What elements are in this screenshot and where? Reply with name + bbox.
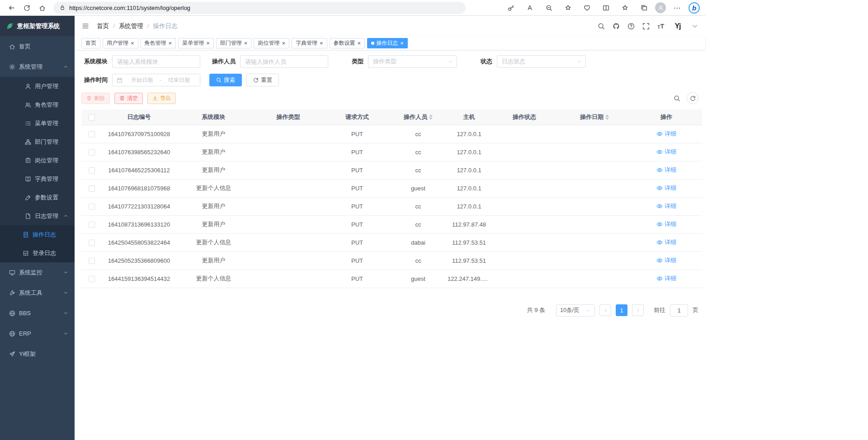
favorites-icon[interactable] bbox=[617, 1, 632, 14]
browser-essentials-icon[interactable] bbox=[579, 1, 594, 14]
search-button[interactable]: 搜索 bbox=[209, 74, 242, 86]
column-header[interactable]: 操作人员 bbox=[389, 109, 448, 125]
sidebar-item-post-management[interactable]: 岗位管理 bbox=[0, 151, 75, 170]
tab-close-icon[interactable]: × bbox=[358, 40, 361, 46]
operator-input[interactable] bbox=[240, 55, 328, 68]
sort-icon[interactable] bbox=[605, 114, 609, 120]
row-checkbox[interactable] bbox=[89, 149, 95, 156]
detail-link[interactable]: 详细 bbox=[656, 274, 676, 283]
profile-avatar[interactable] bbox=[655, 2, 666, 13]
hamburger-icon[interactable] bbox=[81, 23, 90, 29]
row-checkbox[interactable] bbox=[89, 240, 95, 246]
zoom-out-icon[interactable] bbox=[541, 1, 557, 14]
detail-link[interactable]: 详细 bbox=[656, 148, 676, 156]
sidebar-item-bbs[interactable]: BBS bbox=[0, 303, 75, 323]
page-1-button[interactable]: 1 bbox=[616, 304, 627, 316]
next-page-button[interactable] bbox=[632, 304, 644, 316]
sidebar-item-menu-management[interactable]: 菜单管理 bbox=[0, 114, 75, 132]
row-checkbox[interactable] bbox=[89, 185, 95, 192]
user-logo[interactable]: Yj bbox=[672, 20, 684, 32]
refresh-page-icon[interactable] bbox=[19, 1, 34, 14]
show-search-icon[interactable] bbox=[674, 95, 680, 102]
reset-button[interactable]: 重置 bbox=[246, 74, 279, 86]
tab-dept-management[interactable]: 部门管理× bbox=[216, 38, 252, 48]
sidebar-item-role-management[interactable]: 角色管理 bbox=[0, 95, 75, 114]
sidebar-item-system-management[interactable]: 系统管理 bbox=[0, 57, 75, 77]
more-menu-icon[interactable]: ⋯ bbox=[670, 1, 685, 14]
goto-page-input[interactable] bbox=[670, 304, 688, 317]
back-icon[interactable] bbox=[4, 1, 19, 14]
tab-dict-management[interactable]: 字典管理× bbox=[292, 38, 327, 48]
sidebar-item-system-monitor[interactable]: 系统监控 bbox=[0, 262, 75, 283]
type-select[interactable]: 操作类型 bbox=[368, 55, 457, 68]
fullscreen-icon[interactable] bbox=[642, 23, 650, 30]
tab-close-icon[interactable]: × bbox=[320, 40, 323, 46]
address-bar[interactable]: https://ccnetcore.com:1101/system/log/op… bbox=[53, 2, 466, 14]
sidebar-item-param-settings[interactable]: 参数设置 bbox=[0, 188, 75, 207]
chevron-down-icon[interactable] bbox=[691, 23, 698, 30]
detail-link[interactable]: 详细 bbox=[656, 238, 676, 246]
tab-close-icon[interactable]: × bbox=[400, 40, 404, 46]
sidebar-item-yi-framework[interactable]: Yi框架 bbox=[0, 344, 75, 364]
search-icon[interactable] bbox=[598, 23, 605, 30]
sidebar-item-dept-management[interactable]: 部门管理 bbox=[0, 132, 75, 151]
add-favorite-icon[interactable] bbox=[560, 1, 576, 14]
column-header[interactable]: 操作日期 bbox=[558, 109, 631, 125]
tab-param-settings[interactable]: 参数设置× bbox=[330, 38, 365, 48]
export-button[interactable]: 导出 bbox=[147, 93, 176, 104]
row-checkbox[interactable] bbox=[89, 276, 95, 282]
detail-link[interactable]: 详细 bbox=[656, 166, 676, 174]
detail-link[interactable]: 详细 bbox=[656, 256, 676, 265]
select-all-checkbox[interactable] bbox=[89, 114, 95, 121]
detail-link[interactable]: 详细 bbox=[656, 220, 676, 228]
detail-link[interactable]: 详细 bbox=[656, 184, 676, 192]
copilot-icon[interactable]: b bbox=[689, 2, 700, 14]
breadcrumb-item[interactable]: 首页 bbox=[97, 22, 109, 30]
tab-user-management[interactable]: 用户管理× bbox=[103, 38, 138, 48]
row-checkbox[interactable] bbox=[89, 167, 95, 174]
detail-link[interactable]: 详细 bbox=[656, 130, 676, 138]
sidebar-item-login-log[interactable]: 登录日志 bbox=[0, 244, 75, 262]
status-select[interactable]: 日志状态 bbox=[497, 55, 586, 68]
split-screen-icon[interactable] bbox=[598, 1, 613, 14]
prev-page-button[interactable] bbox=[599, 304, 611, 316]
tab-close-icon[interactable]: × bbox=[131, 40, 134, 46]
help-icon[interactable] bbox=[627, 23, 635, 30]
key-icon[interactable] bbox=[503, 1, 519, 14]
sidebar-item-operation-log[interactable]: 操作日志 bbox=[0, 225, 75, 244]
date-range-picker[interactable]: 开始日期 - 结束日期 bbox=[112, 74, 200, 86]
collections-icon[interactable] bbox=[636, 1, 651, 14]
github-icon[interactable] bbox=[613, 23, 620, 30]
module-input[interactable] bbox=[112, 55, 200, 68]
row-checkbox[interactable] bbox=[89, 222, 95, 228]
tab-close-icon[interactable]: × bbox=[169, 40, 172, 46]
sidebar-item-erp[interactable]: ERP bbox=[0, 323, 75, 344]
breadcrumb-item[interactable]: 系统管理 bbox=[119, 22, 143, 30]
sidebar-item-user-management[interactable]: 用户管理 bbox=[0, 77, 75, 95]
delete-button[interactable]: 删除 bbox=[81, 93, 110, 104]
tab-close-icon[interactable]: × bbox=[244, 40, 248, 46]
refresh-table-icon[interactable] bbox=[687, 92, 698, 104]
tab-post-management[interactable]: 岗位管理× bbox=[254, 38, 289, 48]
tab-close-icon[interactable]: × bbox=[206, 40, 210, 46]
sidebar-item-log-management[interactable]: 日志管理 bbox=[0, 207, 75, 225]
row-checkbox[interactable] bbox=[89, 203, 95, 210]
tab-role-management[interactable]: 角色管理× bbox=[141, 38, 176, 48]
tab-home[interactable]: 首页 bbox=[81, 38, 100, 48]
row-checkbox[interactable] bbox=[89, 258, 95, 264]
tab-close-icon[interactable]: × bbox=[282, 40, 285, 46]
sidebar-item-home[interactable]: 首页 bbox=[0, 36, 75, 57]
detail-link[interactable]: 详细 bbox=[656, 202, 676, 210]
tab-menu-management[interactable]: 菜单管理× bbox=[178, 38, 214, 48]
tab-operation-log[interactable]: 操作日志× bbox=[367, 38, 408, 48]
read-aloud-icon[interactable]: A bbox=[522, 1, 538, 14]
font-size-icon[interactable]: TT bbox=[657, 23, 664, 30]
eye-icon bbox=[656, 257, 663, 264]
clear-button[interactable]: 清空 bbox=[114, 93, 143, 104]
row-checkbox[interactable] bbox=[89, 131, 95, 137]
sidebar-item-system-tools[interactable]: 系统工具 bbox=[0, 283, 75, 303]
sidebar-item-dict-management[interactable]: 字典管理 bbox=[0, 170, 75, 188]
sort-icon[interactable] bbox=[429, 114, 433, 120]
browser-home-icon[interactable] bbox=[34, 1, 50, 14]
page-size-select[interactable]: 10条/页 bbox=[556, 304, 595, 317]
